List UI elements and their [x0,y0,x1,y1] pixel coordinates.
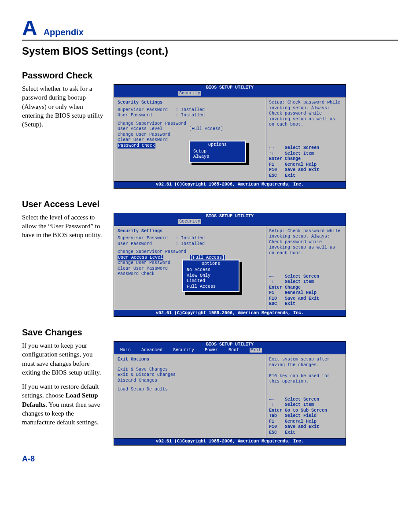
page-number: A-8 [22,454,398,464]
bios-tab-bar: Security [114,91,346,97]
bios-help-pane: Exit system setup after saving the chang… [266,354,346,438]
bios-key-help: ←→ Select Screen ↑↓ Select Item Enter Go… [269,397,343,436]
popup-option: View Only [187,273,235,279]
page-title: System BIOS Settings (cont.) [22,45,398,57]
bios-help-text: Exit system setup after saving the chang… [269,357,343,385]
bios-screenshot-password-check: BIOS SETUP UTILITY Security Security Set… [114,84,346,189]
bios-body: Security Settings Supervisor Password : … [114,97,346,182]
bios-help-pane: Setup: Check password while invoking set… [266,97,346,181]
bios-key-help: ←→ Select Screen ↑↓ Select Item Enter Ch… [269,274,343,307]
section-user-access: Select the level of access to allow the … [22,213,398,317]
desc-password-check: Select whether to ask for a password dur… [22,84,106,134]
bios-left-pane: Exit Options Exit & Save Changes Exit & … [114,354,266,438]
options-popup: Options No Access View Only Limited Full… [182,260,239,293]
desc-text: Select the level of access to allow the … [22,213,106,240]
bios-row: Change User Password [118,132,262,138]
bios-key-help: ←→ Select Screen ↑↓ Select Item Enter Ch… [269,145,343,178]
bios-row: Discard Changes [118,378,262,384]
popup-title: Options [193,142,242,148]
bios-tab-bar: Main Advanced Security Power Boot Exit [114,348,346,354]
bios-row: User Password : Installed [118,241,262,247]
popup-option: Always [193,154,242,160]
bios-section-title: Security Settings [118,229,262,234]
bios-row: Change Supervisor Password [118,121,262,127]
bios-row: Supervisor Password : Installed [118,108,262,113]
tab-security: Security [178,219,201,224]
desc-user-access: Select the level of access to allow the … [22,213,106,245]
bios-row: Supervisor Password : Installed [118,236,262,241]
bios-row: Exit & Save Changes [118,367,262,373]
bios-row: Exit & Discard Changes [118,372,262,378]
tab-exit: Exit [250,348,262,353]
popup-option: Setup [193,149,242,155]
bios-title: BIOS SETUP UTILITY [114,213,346,219]
bios-screenshot-user-access: BIOS SETUP UTILITY Security Security Set… [114,213,346,317]
bios-footer: v02.61 (C)Copyright 1985-2006, American … [114,182,346,188]
bios-help-pane: Setup: Check password while invoking set… [266,226,346,310]
bios-tab-bar: Security [114,219,346,226]
desc-text: If you want to keep your configuration s… [22,341,106,377]
section-heading-user-access: User Access Level [22,199,398,209]
popup-title: Options [187,261,235,267]
desc-save-changes: If you want to keep your configuration s… [22,341,106,432]
bios-footer: v02.61 (C)Copyright 1985-2006, American … [114,310,346,317]
bios-body: Security Settings Supervisor Password : … [114,226,346,310]
popup-option: Limited [187,279,235,284]
section-heading-password-check: Password Check [22,71,398,81]
appendix-letter: A [22,18,37,39]
tab-security: Security [178,91,201,96]
bios-body: Exit Options Exit & Save Changes Exit & … [114,354,346,438]
bios-row: User Access Level [Full Access] [118,126,262,132]
popup-option: No Access [187,268,235,273]
appendix-header: A Appendix [22,18,398,41]
bios-row: User Password : Installed [118,113,262,119]
bios-title: BIOS SETUP UTILITY [114,85,346,91]
bios-section-title: Exit Options [118,357,262,363]
appendix-label: Appendix [44,27,84,37]
bios-section-title: Security Settings [118,100,262,106]
bios-help-text: Setup: Check password while invoking set… [269,100,343,128]
bios-row: Load Setup Defaults [118,387,262,393]
options-popup: Options Setup Always [189,141,246,163]
desc-text: If you want to restore default settings,… [22,382,106,427]
bios-left-pane: Security Settings Supervisor Password : … [114,97,266,181]
popup-option: Full Access [187,284,235,290]
desc-text: Select whether to ask for a password dur… [22,84,106,129]
section-save-changes: If you want to keep your configuration s… [22,341,398,446]
bios-screenshot-save-changes: BIOS SETUP UTILITY Main Advanced Securit… [114,341,346,446]
bios-footer: v02.61 (C)Copyright 1985-2006, American … [114,438,346,445]
bios-help-text: Setup: Check password while invoking set… [269,229,343,256]
bios-title: BIOS SETUP UTILITY [114,342,346,348]
section-password-check: Select whether to ask for a password dur… [22,84,398,189]
section-heading-save-changes: Save Changes [22,327,398,338]
bios-left-pane: Security Settings Supervisor Password : … [114,226,266,310]
bios-row: Change Supervisor Password [118,249,262,255]
